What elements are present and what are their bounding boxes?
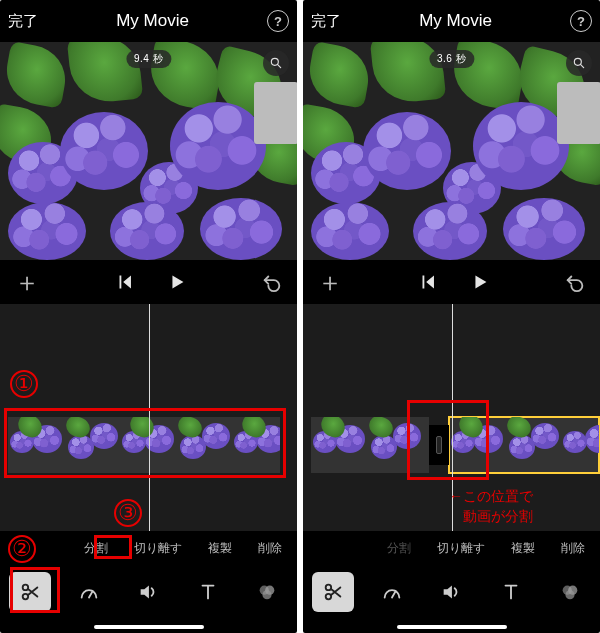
video-clip[interactable] <box>8 417 280 473</box>
speedometer-icon <box>381 581 403 603</box>
play-button[interactable] <box>166 271 188 293</box>
svg-point-15 <box>566 590 575 599</box>
header: 完了 My Movie ? <box>0 0 297 42</box>
annotation-1: ① <box>10 370 38 398</box>
text-icon <box>500 581 522 603</box>
preview-image <box>303 42 600 260</box>
speaker-icon <box>440 581 462 603</box>
header: 完了 My Movie ? <box>303 0 600 42</box>
annotation-3: ③ <box>114 499 142 527</box>
transport-bar: ＋ <box>0 260 297 304</box>
annotation-note: ←この位置で 動画が分割 <box>449 486 533 527</box>
video-clip-b[interactable] <box>449 417 599 473</box>
speedometer-icon <box>78 581 100 603</box>
home-indicator <box>0 619 297 633</box>
toolbar <box>0 565 297 619</box>
timeline[interactable]: ① ③ <box>0 304 297 531</box>
play-button[interactable] <box>469 271 491 293</box>
svg-line-4 <box>89 591 93 597</box>
toolbar <box>303 565 600 619</box>
edit-action-bar: 分割 切り離す 複製 削除 <box>0 531 297 565</box>
undo-button[interactable] <box>261 271 283 293</box>
annotation-2: ② <box>8 535 36 563</box>
action-delete[interactable]: 削除 <box>255 538 285 559</box>
screenshot-left: 完了 My Movie ? 9.4 秒 <box>0 0 297 633</box>
time-badge: 3.6 秒 <box>429 50 474 68</box>
timeline[interactable]: ←この位置で 動画が分割 <box>303 304 600 531</box>
time-badge: 9.4 秒 <box>126 50 171 68</box>
tool-text[interactable] <box>187 572 229 612</box>
skip-back-button[interactable] <box>114 271 136 293</box>
tool-scissors[interactable] <box>312 572 354 612</box>
video-preview[interactable]: 3.6 秒 <box>303 42 600 260</box>
action-duplicate[interactable]: 複製 <box>205 538 235 559</box>
svg-line-12 <box>392 591 396 597</box>
tool-filters[interactable] <box>246 572 288 612</box>
playhead[interactable] <box>149 304 151 531</box>
video-preview[interactable]: 9.4 秒 <box>0 42 297 260</box>
magnify-icon <box>572 56 586 70</box>
action-duplicate[interactable]: 複製 <box>508 538 538 559</box>
text-icon <box>197 581 219 603</box>
zoom-button[interactable] <box>566 50 592 76</box>
home-indicator <box>303 619 600 633</box>
tool-volume[interactable] <box>430 572 472 612</box>
magnify-icon <box>269 56 283 70</box>
scissors-icon <box>322 581 344 603</box>
transport-bar: ＋ <box>303 260 600 304</box>
preview-image <box>0 42 297 260</box>
tool-text[interactable] <box>490 572 532 612</box>
speaker-icon <box>137 581 159 603</box>
action-detach[interactable]: 切り離す <box>131 538 185 559</box>
done-button[interactable]: 完了 <box>8 12 38 31</box>
project-title: My Movie <box>116 11 189 31</box>
svg-line-1 <box>277 64 280 67</box>
video-clip-a[interactable] <box>311 417 429 473</box>
filters-icon <box>559 581 581 603</box>
help-button[interactable]: ? <box>267 10 289 32</box>
screenshot-right: 完了 My Movie ? 3.6 秒 <box>303 0 600 633</box>
clip-transition[interactable] <box>429 425 449 465</box>
tool-scissors[interactable] <box>9 572 51 612</box>
svg-point-7 <box>263 590 272 599</box>
tool-speed[interactable] <box>68 572 110 612</box>
scissors-icon <box>19 581 41 603</box>
add-media-button[interactable]: ＋ <box>14 269 40 295</box>
undo-button[interactable] <box>564 271 586 293</box>
done-button[interactable]: 完了 <box>311 12 341 31</box>
add-media-button[interactable]: ＋ <box>317 269 343 295</box>
help-button[interactable]: ? <box>570 10 592 32</box>
project-title: My Movie <box>419 11 492 31</box>
action-split[interactable]: 分割 <box>384 538 414 559</box>
tool-filters[interactable] <box>549 572 591 612</box>
edit-action-bar: 分割 切り離す 複製 削除 <box>303 531 600 565</box>
zoom-button[interactable] <box>263 50 289 76</box>
svg-line-9 <box>580 64 583 67</box>
filters-icon <box>256 581 278 603</box>
tool-volume[interactable] <box>127 572 169 612</box>
tool-speed[interactable] <box>371 572 413 612</box>
skip-back-button[interactable] <box>417 271 439 293</box>
action-detach[interactable]: 切り離す <box>434 538 488 559</box>
action-delete[interactable]: 削除 <box>558 538 588 559</box>
action-split[interactable]: 分割 <box>81 538 111 559</box>
